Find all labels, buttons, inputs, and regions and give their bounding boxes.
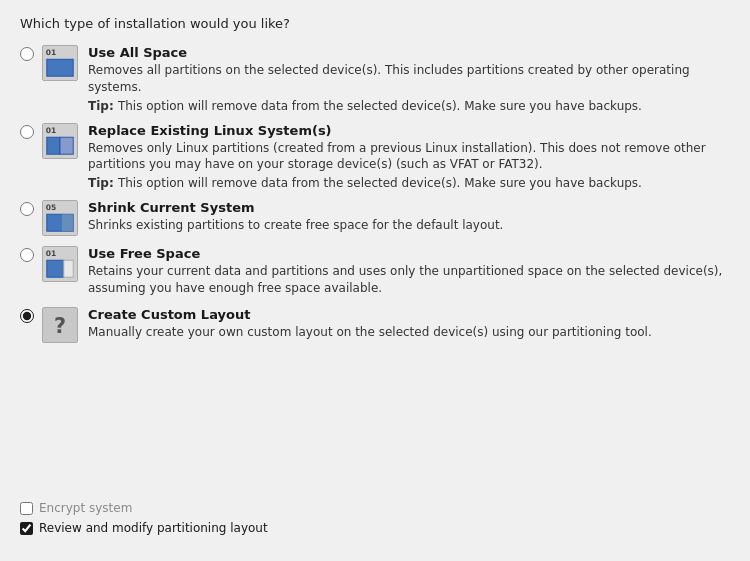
drive-icon-create-custom-layout: ? xyxy=(43,307,77,343)
option-description-replace-existing: Removes only Linux partitions (created f… xyxy=(88,140,730,174)
svg-rect-5 xyxy=(47,137,60,154)
bottom-section: Encrypt system Review and modify partiti… xyxy=(20,501,268,541)
option-content-create-custom-layout: Create Custom LayoutManually create your… xyxy=(88,307,730,341)
drive-icon-use-all-space: 01 xyxy=(43,45,77,81)
review-row[interactable]: Review and modify partitioning layout xyxy=(20,521,268,535)
encrypt-row[interactable]: Encrypt system xyxy=(20,501,268,515)
option-description-use-free-space: Retains your current data and partitions… xyxy=(88,263,730,297)
svg-text:01: 01 xyxy=(46,48,57,57)
option-content-shrink-current: Shrink Current SystemShrinks existing pa… xyxy=(88,200,730,234)
options-container: 01Use All SpaceRemoves all partitions on… xyxy=(20,45,730,343)
drive-icon-shrink-current: 05 xyxy=(43,200,77,236)
tip-label-use-all-space: Tip: xyxy=(88,99,118,113)
svg-rect-2 xyxy=(47,59,73,76)
drive-icon-use-free-space: 01 xyxy=(43,246,77,282)
option-title-create-custom-layout: Create Custom Layout xyxy=(88,307,730,322)
icon-use-free-space: 01 xyxy=(42,246,78,282)
radio-use-free-space[interactable] xyxy=(20,248,34,262)
svg-rect-10 xyxy=(62,214,73,231)
svg-text:?: ? xyxy=(54,313,66,337)
option-title-use-all-space: Use All Space xyxy=(88,45,730,60)
option-description-use-all-space: Removes all partitions on the selected d… xyxy=(88,62,730,96)
review-label: Review and modify partitioning layout xyxy=(39,521,268,535)
option-row-shrink-current: 05Shrink Current SystemShrinks existing … xyxy=(20,200,730,236)
option-title-use-free-space: Use Free Space xyxy=(88,246,730,261)
icon-shrink-current: 05 xyxy=(42,200,78,236)
radio-shrink-current[interactable] xyxy=(20,202,34,216)
option-tip-replace-existing: Tip: This option will remove data from t… xyxy=(88,176,730,190)
encrypt-label: Encrypt system xyxy=(39,501,132,515)
option-content-replace-existing: Replace Existing Linux System(s)Removes … xyxy=(88,123,730,191)
icon-create-custom-layout: ? xyxy=(42,307,78,343)
tip-label-replace-existing: Tip: xyxy=(88,176,118,190)
svg-rect-13 xyxy=(47,260,64,277)
option-content-use-all-space: Use All SpaceRemoves all partitions on t… xyxy=(88,45,730,113)
option-description-shrink-current: Shrinks existing partitions to create fr… xyxy=(88,217,730,234)
icon-use-all-space: 01 xyxy=(42,45,78,81)
option-tip-use-all-space: Tip: This option will remove data from t… xyxy=(88,99,730,113)
main-container: Which type of installation would you lik… xyxy=(0,0,750,369)
encrypt-checkbox[interactable] xyxy=(20,502,33,515)
radio-replace-existing[interactable] xyxy=(20,125,34,139)
drive-icon-replace-existing: 01 xyxy=(43,123,77,159)
radio-create-custom-layout[interactable] xyxy=(20,309,34,323)
svg-rect-6 xyxy=(60,137,73,154)
option-title-replace-existing: Replace Existing Linux System(s) xyxy=(88,123,730,138)
option-row-use-all-space: 01Use All SpaceRemoves all partitions on… xyxy=(20,45,730,113)
radio-use-all-space[interactable] xyxy=(20,47,34,61)
svg-rect-14 xyxy=(64,260,73,277)
option-description-create-custom-layout: Manually create your own custom layout o… xyxy=(88,324,730,341)
option-title-shrink-current: Shrink Current System xyxy=(88,200,730,215)
svg-text:05: 05 xyxy=(46,204,57,213)
svg-text:01: 01 xyxy=(46,126,57,135)
page-question: Which type of installation would you lik… xyxy=(20,16,730,31)
option-row-replace-existing: 01Replace Existing Linux System(s)Remove… xyxy=(20,123,730,191)
icon-replace-existing: 01 xyxy=(42,123,78,159)
option-row-use-free-space: 01Use Free SpaceRetains your current dat… xyxy=(20,246,730,297)
option-content-use-free-space: Use Free SpaceRetains your current data … xyxy=(88,246,730,297)
svg-text:01: 01 xyxy=(46,250,57,259)
review-checkbox[interactable] xyxy=(20,522,33,535)
option-row-create-custom-layout: ?Create Custom LayoutManually create you… xyxy=(20,307,730,343)
